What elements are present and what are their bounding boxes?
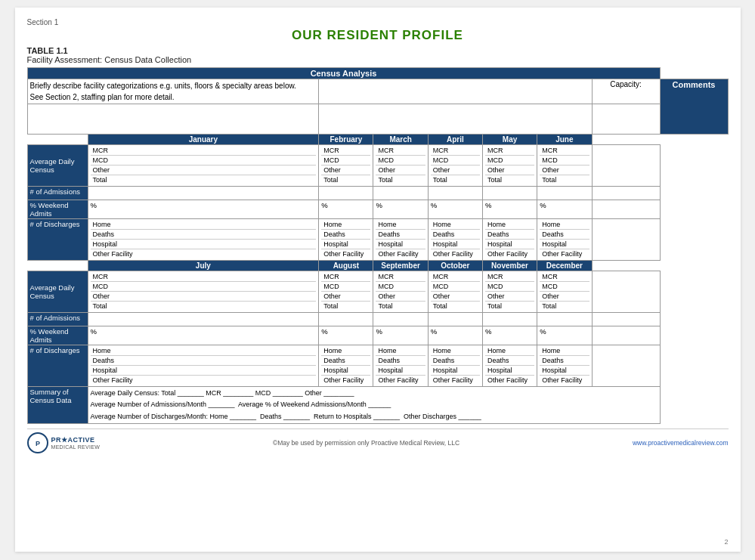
avg-daily-label2: Average Daily Census: [27, 271, 88, 313]
summary-label: Summary of Census Data: [27, 387, 88, 424]
page: Section 1 OUR RESIDENT PROFILE TABLE 1.1…: [15, 8, 741, 552]
month-aug: August: [319, 261, 373, 271]
feb-census-cell: MCRMCDOtherTotal: [319, 145, 373, 187]
logo-line2: MEDICAL REVIEW: [51, 444, 101, 450]
comments-cell: Comments: [660, 79, 728, 135]
summary-row: Summary of Census Data Average Daily Cen…: [27, 387, 728, 424]
footer-logo: P PR★ACTIVE MEDICAL REVIEW: [27, 432, 101, 453]
footer-copyright: ©May be used by permission only Proactiv…: [273, 439, 459, 447]
avg-daily-census-row1: Average Daily Census MCR MCD Other Total…: [27, 145, 728, 187]
month-mar: March: [373, 135, 428, 145]
census-header-row: Census Analysis: [27, 68, 728, 79]
discharges-label: # of Discharges: [27, 219, 88, 261]
month-jun: June: [537, 135, 592, 145]
oct-discharge-cell: HomeDeathsHospitalOther Facility: [428, 345, 482, 387]
jan-discharge-cell: HomeDeathsHospitalOther Facility: [88, 219, 319, 261]
summary-line1: Average Daily Census: Total _______ MCR …: [91, 388, 658, 399]
weekend-label2: % Weekend Admits: [27, 326, 88, 345]
jan-census-cell: MCR MCD Other Total: [88, 145, 319, 187]
aug-census-cell: MCRMCDOtherTotal: [319, 271, 373, 313]
weekend-row2: % Weekend Admits % % % % % %: [27, 326, 728, 345]
month-oct: October: [428, 261, 482, 271]
admissions-row1: # of Admissions: [27, 187, 728, 200]
subtitle: Facility Assessment: Census Data Collect…: [27, 55, 729, 64]
summary-line3: Average Number of Discharges/Month: Home…: [91, 411, 658, 422]
apr-pct: %: [428, 200, 482, 219]
section-label: Section 1: [27, 18, 729, 26]
month-jan: January: [88, 135, 319, 145]
month-apr: April: [428, 135, 482, 145]
jul-census-cell: MCRMCDOtherTotal: [88, 271, 319, 313]
summary-content: Average Daily Census: Total _______ MCR …: [88, 387, 660, 424]
aug-discharge-cell: HomeDeathsHospitalOther Facility: [319, 345, 373, 387]
svg-text:P: P: [35, 440, 39, 447]
logo-line1: PR★ACTIVE: [51, 436, 101, 445]
jan-pct: %: [88, 200, 319, 219]
nov-census-cell: MCRMCDOtherTotal: [482, 271, 537, 313]
census-analysis-header: Census Analysis: [27, 68, 660, 79]
jun-census-cell: MCRMCDOtherTotal: [537, 145, 592, 187]
nov-discharge-cell: HomeDeathsHospitalOther Facility: [482, 345, 537, 387]
month-sep: September: [373, 261, 428, 271]
jan-mcd: MCD: [91, 156, 317, 166]
may-census-cell: MCRMCDOtherTotal: [482, 145, 537, 187]
jun-pct: %: [537, 200, 592, 219]
month-header-row1: January February March April May June: [27, 135, 728, 145]
description-spacer-row: [27, 104, 728, 135]
feb-pct: %: [319, 200, 373, 219]
jan-other: Other: [91, 166, 317, 175]
dec-pct: %: [537, 326, 592, 345]
month-jul: July: [88, 261, 319, 271]
nov-pct: %: [482, 326, 537, 345]
dec-discharge-cell: HomeDeathsHospitalOther Facility: [537, 345, 592, 387]
jul-discharge-cell: HomeDeathsHospitalOther Facility: [88, 345, 319, 387]
month-may: May: [482, 135, 537, 145]
month-header-row2: July August September October November D…: [27, 261, 728, 271]
description-cell: Briefly describe facility categorization…: [27, 79, 319, 104]
month-dec: December: [537, 261, 592, 271]
admissions-row2: # of Admissions: [27, 313, 728, 326]
page-title: OUR RESIDENT PROFILE: [27, 28, 729, 43]
weekend-row1: % Weekend Admits % % % % % %: [27, 200, 728, 219]
mar-discharge-cell: HomeDeathsHospitalOther Facility: [373, 219, 428, 261]
feb-discharge-cell: HomeDeathsHospitalOther Facility: [319, 219, 373, 261]
main-table: Census Analysis Briefly describe facilit…: [27, 67, 729, 424]
mar-census-cell: MCRMCDOtherTotal: [373, 145, 428, 187]
summary-line2: Average Number of Admissions/Month _____…: [91, 399, 658, 410]
admissions-label2: # of Admissions: [27, 313, 88, 326]
oct-census-cell: MCRMCDOtherTotal: [428, 271, 482, 313]
footer-link: www.proactivemedicalreview.com: [633, 439, 729, 447]
aug-pct: %: [319, 326, 373, 345]
discharges-row2: # of Discharges HomeDeathsHospitalOther …: [27, 345, 728, 387]
apr-discharge-cell: HomeDeathsHospitalOther Facility: [428, 219, 482, 261]
description-text: Briefly describe facility categorization…: [30, 82, 296, 101]
month-feb: February: [319, 135, 373, 145]
capacity-cell: Capacity:: [592, 79, 660, 104]
jan-mcr: MCR: [91, 146, 317, 156]
avg-daily-label: Average Daily Census: [27, 145, 88, 187]
jun-discharge-cell: HomeDeathsHospitalOther Facility: [537, 219, 592, 261]
jan-total: Total: [91, 175, 317, 185]
footer-logo-text: PR★ACTIVE MEDICAL REVIEW: [51, 436, 101, 450]
dec-census-cell: MCRMCDOtherTotal: [537, 271, 592, 313]
table-label: TABLE 1.1: [27, 46, 729, 55]
avg-daily-census-row2: Average Daily Census MCRMCDOtherTotal MC…: [27, 271, 728, 313]
page-number: 2: [724, 538, 728, 546]
mar-pct: %: [373, 200, 428, 219]
weekend-label: % Weekend Admits: [27, 200, 88, 219]
sep-census-cell: MCRMCDOtherTotal: [373, 271, 428, 313]
oct-pct: %: [428, 326, 482, 345]
description-row: Briefly describe facility categorization…: [27, 79, 728, 104]
sep-discharge-cell: HomeDeathsHospitalOther Facility: [373, 345, 428, 387]
jul-pct: %: [88, 326, 319, 345]
footer: P PR★ACTIVE MEDICAL REVIEW ©May be used …: [27, 429, 729, 453]
apr-census-cell: MCRMCDOtherTotal: [428, 145, 482, 187]
month-nov: November: [482, 261, 537, 271]
proactive-logo-icon: P: [27, 432, 48, 453]
may-discharge-cell: HomeDeathsHospitalOther Facility: [482, 219, 537, 261]
may-pct: %: [482, 200, 537, 219]
sep-pct: %: [373, 326, 428, 345]
capacity-label: Capacity:: [610, 80, 642, 88]
discharges-label2: # of Discharges: [27, 345, 88, 387]
discharges-row1: # of Discharges HomeDeathsHospitalOther …: [27, 219, 728, 261]
